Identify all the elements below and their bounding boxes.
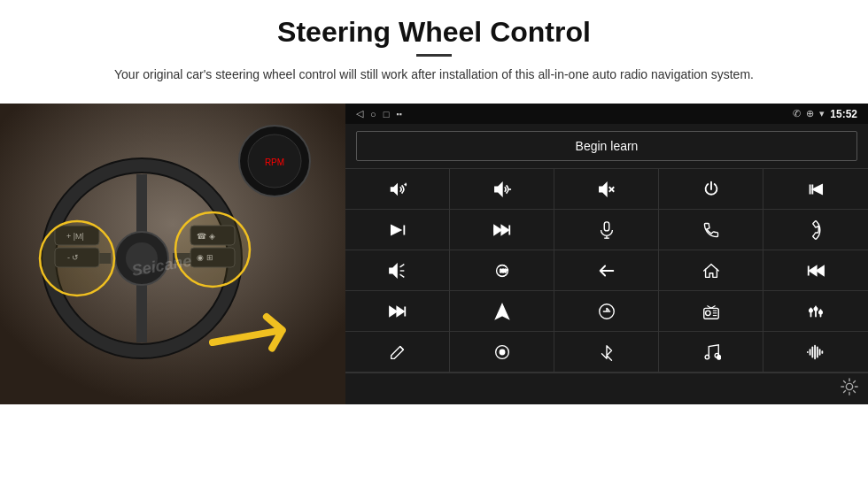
mic-icon bbox=[597, 220, 616, 240]
gear-icon bbox=[840, 377, 859, 396]
radio-button[interactable] bbox=[659, 291, 763, 332]
switch-button[interactable] bbox=[554, 291, 659, 332]
hang-up-button[interactable] bbox=[763, 210, 868, 250]
back-nav-button[interactable] bbox=[554, 250, 659, 291]
edit-button[interactable] bbox=[345, 332, 450, 373]
navigation-icon bbox=[492, 302, 512, 321]
svg-point-61 bbox=[705, 311, 710, 316]
control-panel: ◁ ○ □ ▪▪ ✆ ⊕ ▾ 15:52 Begin learn bbox=[345, 104, 868, 404]
back-nav-icon[interactable]: ◁ bbox=[356, 108, 363, 119]
controls-grid: 360° bbox=[345, 168, 868, 373]
car-image-section: RPM + |M| - ↺ bbox=[0, 104, 345, 404]
begin-learn-button[interactable]: Begin learn bbox=[356, 131, 857, 161]
car-photo: RPM + |M| - ↺ bbox=[0, 104, 345, 404]
power-button[interactable] bbox=[659, 169, 763, 210]
phone-status-icon: ✆ bbox=[793, 108, 801, 119]
home-ctrl-button[interactable] bbox=[659, 250, 763, 291]
switch-icon bbox=[597, 302, 616, 321]
settings-gear-button[interactable] bbox=[840, 377, 859, 401]
svg-text:RPM: RPM bbox=[265, 157, 284, 167]
title-divider bbox=[416, 54, 452, 57]
horn-icon bbox=[388, 261, 407, 280]
ff-next-button[interactable] bbox=[450, 210, 554, 250]
svg-point-70 bbox=[819, 311, 823, 314]
header-section: Steering Wheel Control Your original car… bbox=[0, 0, 868, 104]
bluetooth-button[interactable] bbox=[554, 332, 659, 373]
waveform-button[interactable] bbox=[763, 332, 868, 373]
svg-line-71 bbox=[399, 346, 403, 350]
recents-nav-icon[interactable]: □ bbox=[384, 109, 390, 119]
waveform-icon bbox=[806, 342, 825, 362]
home-nav-icon[interactable]: ○ bbox=[370, 109, 376, 119]
vol-up-button[interactable] bbox=[345, 169, 450, 210]
navigation-button[interactable] bbox=[450, 291, 554, 332]
svg-point-21 bbox=[40, 221, 114, 296]
svg-marker-44 bbox=[389, 264, 396, 277]
settings-bar bbox=[345, 373, 868, 404]
svg-marker-37 bbox=[493, 225, 500, 234]
mute-button[interactable] bbox=[554, 169, 659, 210]
vol-down-icon bbox=[492, 180, 512, 199]
wifi-status-icon: ▾ bbox=[819, 108, 825, 119]
vol-down-button[interactable] bbox=[450, 169, 554, 210]
hang-up-icon bbox=[806, 220, 825, 240]
edit-icon bbox=[388, 342, 407, 362]
bluetooth-icon bbox=[597, 342, 616, 362]
radio-icon bbox=[701, 302, 721, 321]
prev-end-button[interactable] bbox=[763, 169, 868, 210]
signal-icon: ▪▪ bbox=[396, 110, 401, 119]
svg-marker-38 bbox=[501, 225, 508, 234]
skip-next-icon bbox=[388, 220, 407, 240]
svg-marker-33 bbox=[812, 184, 822, 194]
svg-rect-48 bbox=[398, 266, 399, 274]
svg-text:⚙: ⚙ bbox=[716, 354, 720, 360]
mic-button[interactable] bbox=[554, 210, 659, 250]
svg-point-22 bbox=[175, 212, 250, 287]
back-nav-icon-ctrl bbox=[597, 261, 616, 280]
horn-button[interactable] bbox=[345, 250, 450, 291]
record-icon bbox=[492, 342, 512, 362]
rewind-icon bbox=[806, 261, 825, 280]
svg-marker-55 bbox=[397, 306, 404, 316]
home-ctrl-icon bbox=[701, 261, 721, 280]
camera-360-icon: 360° bbox=[492, 261, 512, 280]
music-button[interactable]: ⚙ bbox=[659, 332, 763, 373]
dashboard-svg: RPM + |M| - ↺ bbox=[0, 104, 345, 404]
svg-marker-51 bbox=[817, 265, 824, 275]
prev-end-icon bbox=[806, 180, 825, 199]
status-left: ◁ ○ □ ▪▪ bbox=[356, 108, 402, 119]
svg-point-69 bbox=[814, 307, 818, 311]
mute-icon bbox=[597, 180, 616, 199]
status-right: ✆ ⊕ ▾ 15:52 bbox=[793, 108, 857, 120]
equalizer-button[interactable] bbox=[763, 291, 868, 332]
svg-marker-27 bbox=[494, 182, 501, 196]
svg-text:360°: 360° bbox=[500, 268, 508, 273]
begin-learn-section: Begin learn bbox=[345, 124, 868, 168]
subtitle-text: Your original car's steering wheel contr… bbox=[89, 65, 779, 84]
location-status-icon: ⊕ bbox=[806, 108, 814, 119]
content-row: RPM + |M| - ↺ bbox=[0, 104, 868, 404]
page-title: Steering Wheel Control bbox=[53, 16, 815, 49]
ff-next-icon bbox=[492, 220, 512, 240]
page-container: Steering Wheel Control Your original car… bbox=[0, 0, 868, 404]
fast-fwd-button[interactable] bbox=[345, 291, 450, 332]
record-button[interactable] bbox=[450, 332, 554, 373]
svg-point-68 bbox=[810, 309, 813, 312]
music-icon: ⚙ bbox=[701, 342, 721, 362]
svg-rect-41 bbox=[604, 221, 609, 230]
skip-next-button[interactable] bbox=[345, 210, 450, 250]
fast-fwd-icon bbox=[388, 302, 407, 321]
svg-marker-24 bbox=[390, 182, 397, 196]
status-time: 15:52 bbox=[830, 108, 857, 120]
svg-marker-57 bbox=[495, 303, 508, 319]
svg-marker-29 bbox=[599, 182, 606, 196]
camera-360-button[interactable]: 360° bbox=[450, 250, 554, 291]
vol-up-icon bbox=[388, 180, 407, 199]
phone-accept-icon bbox=[701, 220, 721, 240]
rewind-button[interactable] bbox=[763, 250, 868, 291]
power-icon bbox=[701, 180, 721, 199]
svg-marker-52 bbox=[810, 265, 817, 275]
svg-point-73 bbox=[500, 350, 505, 355]
svg-marker-36 bbox=[391, 225, 400, 234]
phone-accept-button[interactable] bbox=[659, 210, 763, 250]
